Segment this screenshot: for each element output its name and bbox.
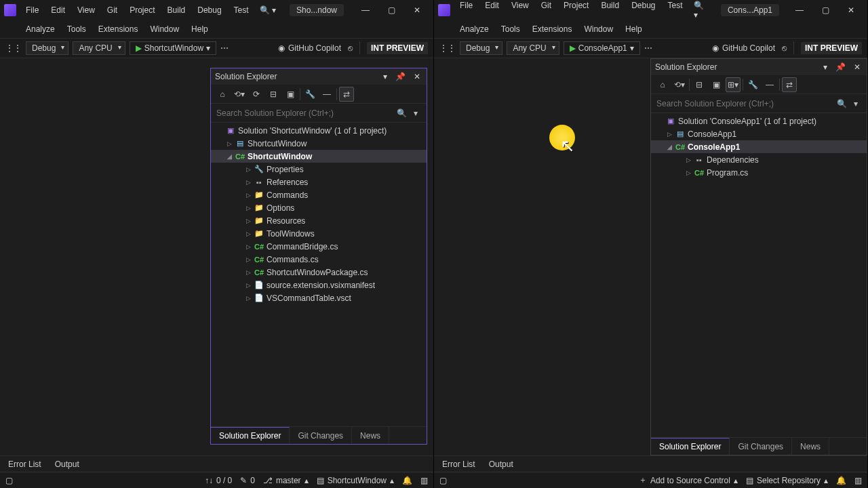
show-all-icon[interactable]: ▣ <box>709 77 724 92</box>
sync-icon[interactable]: ⇄ <box>782 77 797 92</box>
tree-item-properties[interactable]: ▷🔧Properties <box>211 163 427 176</box>
tab-git-changes[interactable]: Git Changes <box>290 427 352 444</box>
search-input[interactable] <box>656 99 833 108</box>
switch-views-icon[interactable]: ⟲▾ <box>672 77 687 92</box>
search-go-icon[interactable]: 🔍 <box>833 99 850 108</box>
dropdown-icon[interactable]: ▾ <box>381 72 389 81</box>
expand-icon[interactable]: ▷ <box>666 131 673 138</box>
pin-icon[interactable]: 📌 <box>393 72 408 81</box>
tree-item-options[interactable]: ▷📁Options <box>211 201 427 214</box>
tree-item-cs[interactable]: ▷C#ShortcutWindowPackage.cs <box>211 266 427 279</box>
tab-error-list[interactable]: Error List <box>3 458 47 471</box>
git-changes-status[interactable]: ↑↓ 0 / 0 <box>205 476 232 485</box>
home-icon[interactable]: ⌂ <box>215 87 230 102</box>
search-icon[interactable]: 🔍 ▾ <box>256 3 280 18</box>
menu-debug[interactable]: Debug <box>626 0 660 22</box>
dropdown-icon[interactable]: ▾ <box>821 62 829 72</box>
minimize-icon[interactable]: — <box>353 1 378 20</box>
menu-view[interactable]: View <box>72 3 100 18</box>
home-icon[interactable]: ⌂ <box>655 77 670 92</box>
menu-file[interactable]: File <box>454 0 478 22</box>
branch-status[interactable]: ⎇ master ▴ <box>263 476 309 485</box>
search-input[interactable] <box>216 108 393 118</box>
menu-git[interactable]: Git <box>536 0 557 22</box>
tree-item-vsct[interactable]: ▷📄VSCommandTable.vsct <box>211 291 427 304</box>
tree-item-toolwindows[interactable]: ▷📁ToolWindows <box>211 227 427 240</box>
config-select[interactable]: Debug <box>26 41 68 55</box>
track-active-icon[interactable]: ⊞▾ <box>726 77 741 92</box>
maximize-icon[interactable]: ▢ <box>379 1 403 20</box>
bell-icon[interactable]: 🔔 <box>402 476 412 485</box>
menu-window[interactable]: Window <box>578 22 618 37</box>
close-icon[interactable]: ✕ <box>839 1 863 20</box>
platform-select[interactable]: Any CPU <box>73 41 125 55</box>
show-all-icon[interactable]: ▣ <box>283 87 298 102</box>
minimize-icon[interactable]: — <box>787 1 812 20</box>
tree-item-cs[interactable]: ▷C#Commands.cs <box>211 253 427 266</box>
config-select[interactable]: Debug <box>460 41 502 55</box>
preview-icon[interactable]: — <box>762 77 777 92</box>
tree-item-cs[interactable]: ▷C#Program.cs <box>651 166 867 179</box>
collapse-arrow-icon[interactable]: ◢ <box>226 153 233 160</box>
tree-item-manifest[interactable]: ▷📄source.extension.vsixmanifest <box>211 279 427 291</box>
refresh-icon[interactable]: ⟳ <box>249 87 264 102</box>
search-options-icon[interactable]: ▾ <box>850 99 861 108</box>
close-panel-icon[interactable]: ✕ <box>852 62 863 72</box>
menu-project[interactable]: Project <box>124 3 160 18</box>
search-go-icon[interactable]: 🔍 <box>393 108 410 118</box>
collapse-icon[interactable]: ⊟ <box>266 87 281 102</box>
sync-icon[interactable]: ⇄ <box>339 87 354 102</box>
collapse-arrow-icon[interactable]: ◢ <box>666 144 673 150</box>
preview-icon[interactable]: — <box>319 87 334 102</box>
switch-views-icon[interactable]: ⟲▾ <box>232 87 247 102</box>
search-options-icon[interactable]: ▾ <box>410 108 421 118</box>
share-icon[interactable]: ⎋ <box>782 43 787 53</box>
bell-icon[interactable]: 🔔 <box>836 476 846 485</box>
platform-select[interactable]: Any CPU <box>507 41 559 55</box>
ready-icon[interactable]: ▢ <box>5 476 13 485</box>
menu-build[interactable]: Build <box>595 0 625 22</box>
layout-icon[interactable]: ▥ <box>854 476 862 485</box>
drag-handle-icon[interactable]: ⋮⋮ <box>5 43 22 53</box>
ready-icon[interactable]: ▢ <box>439 476 447 485</box>
menu-tools[interactable]: Tools <box>62 22 92 37</box>
properties-icon[interactable]: 🔧 <box>745 77 760 92</box>
tab-solution-explorer[interactable]: Solution Explorer <box>651 438 730 455</box>
solution-node[interactable]: ▣Solution 'ShortcutWindow' (1 of 1 proje… <box>211 124 427 137</box>
menu-extensions[interactable]: Extensions <box>93 22 144 37</box>
maximize-icon[interactable]: ▢ <box>813 1 837 20</box>
tab-output[interactable]: Output <box>484 458 519 471</box>
tab-solution-explorer[interactable]: Solution Explorer <box>211 427 290 444</box>
start-button[interactable]: ▶ConsoleApp1 ▾ <box>564 41 640 55</box>
close-panel-icon[interactable]: ✕ <box>412 72 422 81</box>
layout-icon[interactable]: ▥ <box>420 476 428 485</box>
solution-node[interactable]: ▣Solution 'ConsoleApp1' (1 of 1 project) <box>651 115 867 127</box>
solution-tree[interactable]: ▣Solution 'ShortcutWindow' (1 of 1 proje… <box>211 123 427 426</box>
menu-analyze[interactable]: Analyze <box>20 22 60 37</box>
menu-tools[interactable]: Tools <box>496 22 526 37</box>
panel-header[interactable]: Solution Explorer ▾ 📌 ✕ <box>211 68 427 85</box>
overflow-icon[interactable]: ⋯ <box>644 43 652 53</box>
project-node[interactable]: ▷▤ConsoleApp1 <box>651 127 867 140</box>
close-icon[interactable]: ✕ <box>405 1 429 20</box>
menu-help[interactable]: Help <box>620 22 648 37</box>
drag-handle-icon[interactable]: ⋮⋮ <box>439 43 456 53</box>
overflow-icon[interactable]: ⋯ <box>220 43 229 53</box>
start-button[interactable]: ▶ShortcutWindow ▾ <box>130 41 216 55</box>
properties-icon[interactable]: 🔧 <box>302 87 317 102</box>
project-node-active[interactable]: ◢C#ConsoleApp1 <box>651 140 867 153</box>
project-node-active[interactable]: ◢C#ShortcutWindow <box>211 150 427 163</box>
panel-header[interactable]: Solution Explorer ▾ 📌 ✕ <box>651 59 867 75</box>
startup-status[interactable]: ▤ ShortcutWindow ▴ <box>317 476 394 485</box>
tab-git-changes[interactable]: Git Changes <box>730 438 792 455</box>
git-pending-status[interactable]: ✎ 0 <box>240 476 255 485</box>
menu-file[interactable]: File <box>20 3 44 18</box>
menu-extensions[interactable]: Extensions <box>527 22 578 37</box>
menu-view[interactable]: View <box>506 0 534 22</box>
menu-build[interactable]: Build <box>162 3 191 18</box>
collapse-icon[interactable]: ⊟ <box>692 77 707 92</box>
menu-analyze[interactable]: Analyze <box>454 22 494 37</box>
copilot-button[interactable]: ◉GitHub Copilot <box>712 43 775 53</box>
copilot-button[interactable]: ◉GitHub Copilot <box>278 43 341 53</box>
tree-item-dependencies[interactable]: ▷▪▪Dependencies <box>651 153 867 166</box>
